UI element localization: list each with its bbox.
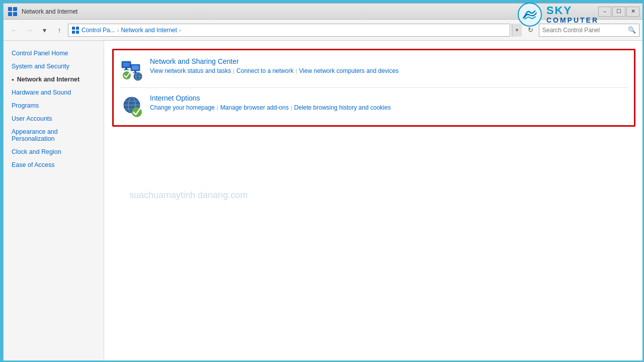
svg-rect-1 — [13, 7, 17, 11]
category-divider — [120, 87, 628, 88]
sidebar-label-appearance: Appearance and Personalization — [12, 128, 96, 142]
active-bullet: ● — [12, 77, 14, 82]
sidebar-label-hardware-sound: Hardware and Sound — [12, 89, 71, 96]
sidebar-item-appearance[interactable]: Appearance and Personalization — [4, 125, 104, 145]
internet-options-links: Change your homepage | Manage browser ad… — [150, 104, 628, 111]
svg-rect-5 — [72, 27, 75, 30]
window-title: Network and Internet — [22, 8, 598, 15]
link-sep-3: | — [217, 105, 218, 111]
network-sharing-title[interactable]: Network and Sharing Center — [150, 57, 628, 65]
sidebar-label-user-accounts: User Accounts — [12, 115, 52, 122]
svg-rect-19 — [132, 65, 139, 70]
link-sep-1: | — [233, 68, 234, 74]
sidebar-label-control-panel-home: Control Panel Home — [12, 50, 68, 57]
connect-to-network-link[interactable]: Connect to a network — [236, 67, 293, 74]
internet-options-title[interactable]: Internet Options — [150, 94, 628, 102]
svg-rect-0 — [8, 7, 12, 11]
titlebar-controls: − ☐ ✕ — [598, 7, 639, 17]
highlight-box: Network and Sharing Center View network … — [112, 49, 635, 127]
internet-options-icon — [120, 94, 144, 118]
dropdown-button[interactable]: ▾ — [38, 24, 51, 37]
network-sharing-links: View network status and tasks | Connect … — [150, 67, 628, 74]
category-internet-options: Internet Options Change your homepage | … — [116, 89, 632, 123]
close-button[interactable]: ✕ — [626, 7, 639, 17]
svg-rect-8 — [76, 31, 79, 34]
link-sep-4: | — [291, 105, 292, 111]
main-content: Control Panel Home System and Security ●… — [4, 41, 643, 361]
category-network-sharing-info: Network and Sharing Center View network … — [150, 57, 628, 74]
network-sharing-icon — [120, 57, 144, 81]
forward-button[interactable]: → — [23, 24, 36, 37]
up-button[interactable]: ↑ — [53, 24, 66, 37]
logo-area: SKY COMPUTER — [517, 2, 599, 27]
logo-text: SKY COMPUTER — [546, 5, 599, 25]
sidebar-item-hardware-sound[interactable]: Hardware and Sound — [4, 86, 104, 99]
svg-rect-11 — [123, 62, 130, 67]
view-network-status-link[interactable]: View network status and tasks — [150, 67, 231, 74]
sidebar-label-system-security: System and Security — [12, 63, 69, 70]
delete-history-link[interactable]: Delete browsing history and cookies — [294, 104, 391, 111]
breadcrumb-control-panel[interactable]: Control Pa... — [82, 27, 115, 34]
sidebar-item-user-accounts[interactable]: User Accounts — [4, 112, 104, 125]
sidebar-item-system-security[interactable]: System and Security — [4, 60, 104, 73]
sidebar-item-network-internet[interactable]: ● Network and Internet — [4, 73, 104, 86]
sidebar-item-programs[interactable]: Programs — [4, 99, 104, 112]
logo-icon — [517, 2, 542, 27]
titlebar: Network and Internet SKY COMPUTER − ☐ ✕ — [4, 4, 643, 20]
svg-rect-2 — [8, 12, 12, 16]
address-bar: Control Pa... › Network and Internet › — [68, 24, 510, 37]
control-panel-icon — [71, 26, 79, 34]
sidebar-label-network-internet: Network and Internet — [17, 76, 79, 83]
link-sep-2: | — [295, 68, 297, 74]
view-network-computers-link[interactable]: View network computers and devices — [299, 67, 398, 74]
minimize-button[interactable]: − — [598, 7, 611, 17]
window-icon — [8, 7, 18, 17]
sidebar-item-control-panel-home[interactable]: Control Panel Home — [4, 47, 104, 60]
change-homepage-link[interactable]: Change your homepage — [150, 104, 215, 111]
category-network-sharing: Network and Sharing Center View network … — [116, 52, 632, 86]
category-internet-options-info: Internet Options Change your homepage | … — [150, 94, 628, 111]
sidebar-label-clock-region: Clock and Region — [12, 148, 61, 155]
sidebar-item-clock-region[interactable]: Clock and Region — [4, 145, 104, 158]
svg-rect-3 — [13, 12, 17, 16]
watermark: suachuamaytinh danang.com — [129, 190, 248, 201]
search-input[interactable] — [542, 27, 626, 34]
logo-computer: COMPUTER — [546, 17, 599, 24]
maximize-button[interactable]: ☐ — [612, 7, 625, 17]
svg-rect-17 — [124, 69, 129, 70]
manage-addons-link[interactable]: Manage browser add-ons — [220, 104, 289, 111]
sidebar-item-ease-of-access[interactable]: Ease of Access — [4, 158, 104, 171]
content-panel: Network and Sharing Center View network … — [104, 41, 643, 361]
back-button[interactable]: ← — [8, 24, 21, 37]
breadcrumb-sep-1: › — [117, 27, 119, 33]
breadcrumb-network-internet[interactable]: Network and Internet — [121, 27, 177, 34]
breadcrumb-sep-2: › — [179, 27, 181, 33]
sidebar-label-programs: Programs — [12, 102, 39, 109]
svg-rect-7 — [72, 31, 75, 34]
svg-rect-16 — [125, 68, 127, 69]
svg-rect-6 — [76, 27, 79, 30]
sidebar: Control Panel Home System and Security ●… — [4, 41, 104, 361]
logo-sky: SKY — [546, 5, 599, 17]
search-icon[interactable]: 🔍 — [628, 26, 636, 34]
svg-rect-24 — [134, 71, 136, 72]
sidebar-label-ease-of-access: Ease of Access — [12, 161, 54, 168]
